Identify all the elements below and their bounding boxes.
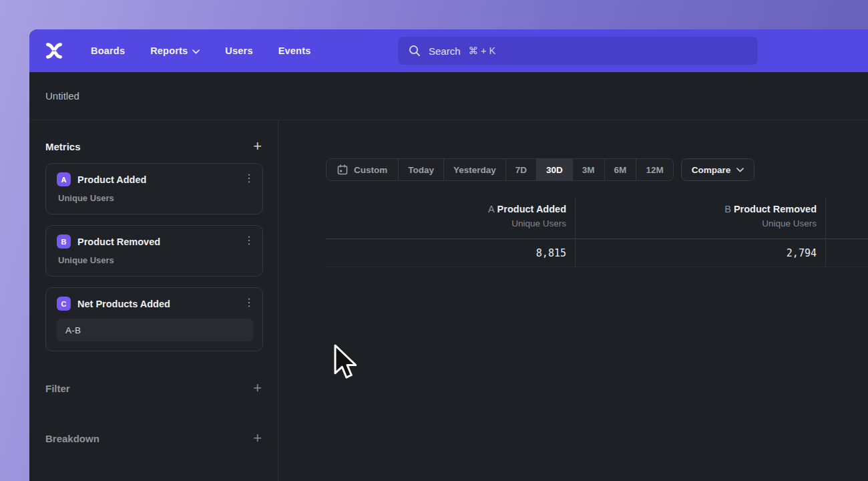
- range-30d-selected[interactable]: 30D: [536, 159, 572, 180]
- range-custom-label: Custom: [354, 165, 387, 175]
- column-header[interactable]: BProduct Removed Unique Users: [576, 197, 825, 239]
- range-6m[interactable]: 6M: [604, 159, 636, 180]
- range-today[interactable]: Today: [398, 159, 443, 180]
- nav-item-reports-label: Reports: [150, 45, 188, 56]
- breakdown-section: Breakdown +: [45, 432, 263, 444]
- nav-item-reports[interactable]: Reports: [150, 45, 200, 56]
- metric-card-c[interactable]: C Net Products Added A-B ⋮: [45, 287, 263, 351]
- nav-item-users[interactable]: Users: [225, 45, 252, 56]
- metric-menu-icon[interactable]: ⋮: [244, 173, 254, 184]
- sidebar: Metrics + A Product Added Unique Users ⋮…: [29, 120, 278, 481]
- chevron-down-icon: [192, 49, 200, 54]
- nav-item-events[interactable]: Events: [278, 45, 311, 56]
- nav-item-boards[interactable]: Boards: [91, 45, 125, 56]
- metric-card-a[interactable]: A Product Added Unique Users ⋮: [45, 163, 263, 214]
- column-letter: B: [724, 204, 731, 214]
- range-yesterday[interactable]: Yesterday: [443, 159, 505, 180]
- search-input[interactable]: Search ⌘ + K: [398, 37, 758, 65]
- metric-menu-icon[interactable]: ⋮: [244, 235, 254, 246]
- results-table: AProduct Added Unique Users 8,815 BProdu…: [326, 197, 868, 267]
- column-subtitle: Unique Users: [576, 216, 817, 230]
- column-subtitle: Unique Users: [326, 216, 566, 230]
- table-column-b: BProduct Removed Unique Users 2,794: [576, 197, 826, 267]
- search-icon: [409, 45, 421, 57]
- app-window: Boards Reports Users Events Search ⌘ + K…: [29, 29, 868, 481]
- filter-section: Filter +: [45, 382, 263, 394]
- search-placeholder: Search: [429, 45, 461, 57]
- column-title: Product Removed: [734, 204, 817, 214]
- range-12m[interactable]: 12M: [636, 159, 672, 180]
- date-range-control: Custom Today Yesterday 7D 30D 3M 6M 12M: [326, 158, 674, 181]
- range-7d[interactable]: 7D: [505, 159, 536, 180]
- range-3m[interactable]: 3M: [572, 159, 604, 180]
- metric-name: Product Added: [77, 174, 146, 185]
- add-filter-button[interactable]: +: [252, 382, 263, 394]
- compare-label: Compare: [692, 165, 731, 175]
- nav-item-users-label: Users: [225, 45, 252, 56]
- compare-button[interactable]: Compare: [681, 158, 755, 181]
- top-nav: Boards Reports Users Events Search ⌘ + K: [29, 29, 868, 72]
- add-metric-button[interactable]: +: [252, 140, 263, 152]
- metric-name: Net Products Added: [77, 299, 170, 309]
- filter-label: Filter: [45, 383, 70, 394]
- metric-badge-b: B: [57, 234, 71, 249]
- table-column-a: AProduct Added Unique Users 8,815: [326, 197, 576, 267]
- page-title[interactable]: Untitled: [45, 90, 79, 102]
- search-shortcut: ⌘ + K: [469, 45, 496, 56]
- breakdown-label: Breakdown: [45, 433, 99, 444]
- metrics-header: Metrics +: [45, 140, 263, 152]
- nav-items: Boards Reports Users Events: [91, 45, 310, 56]
- metrics-title: Metrics: [45, 141, 81, 152]
- main-content: Custom Today Yesterday 7D 30D 3M 6M 12M …: [278, 120, 868, 481]
- column-title: Product Added: [497, 204, 566, 214]
- column-header[interactable]: AProduct Added Unique Users: [326, 197, 575, 239]
- date-toolbar: Custom Today Yesterday 7D 30D 3M 6M 12M …: [326, 158, 868, 181]
- formula-input[interactable]: A-B: [57, 319, 253, 341]
- cell-value[interactable]: 2,794: [576, 239, 825, 267]
- nav-item-boards-label: Boards: [91, 45, 125, 56]
- metric-subtitle[interactable]: Unique Users: [58, 193, 253, 203]
- table-column-c: [826, 197, 868, 267]
- metric-badge-c: C: [57, 297, 71, 311]
- mixpanel-logo-icon[interactable]: [44, 41, 64, 61]
- add-breakdown-button[interactable]: +: [252, 432, 263, 444]
- metric-name: Product Removed: [77, 236, 160, 247]
- cell-value[interactable]: 8,815: [326, 239, 575, 267]
- doc-header: Untitled: [29, 72, 868, 120]
- metric-card-b[interactable]: B Product Removed Unique Users ⋮: [45, 225, 263, 277]
- metric-subtitle[interactable]: Unique Users: [58, 255, 253, 265]
- metric-menu-icon[interactable]: ⋮: [244, 297, 254, 308]
- metric-badge-a: A: [57, 172, 71, 186]
- chevron-down-icon: [736, 168, 744, 172]
- column-letter: A: [488, 204, 495, 214]
- nav-item-events-label: Events: [278, 45, 311, 56]
- calendar-icon: [337, 164, 348, 175]
- range-custom[interactable]: Custom: [327, 159, 398, 180]
